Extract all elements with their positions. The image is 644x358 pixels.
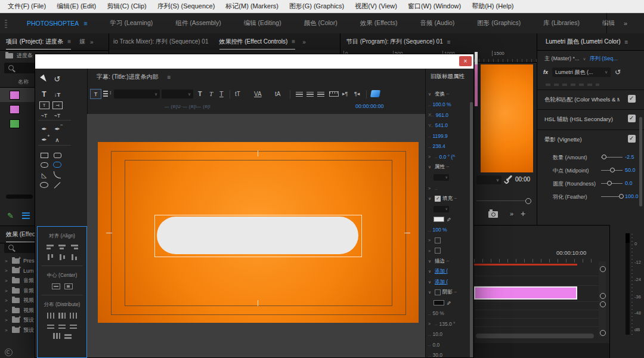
lumetri-effect-select[interactable]: Lumetri 颜色 (...∨ — [552, 67, 611, 77]
master-clip-label[interactable]: 主 (Master) *... — [544, 55, 580, 63]
workspace-tab[interactable]: 编辑 (Editing) — [233, 19, 293, 27]
property-row[interactable]: .. 50 % — [426, 308, 469, 319]
selected-title-clip[interactable] — [474, 286, 577, 300]
property-row[interactable] — [426, 246, 469, 257]
section-label[interactable]: 变换 — [435, 91, 449, 98]
roll-crawl-arrow-icon[interactable]: ↕ — [109, 90, 112, 95]
bold-button[interactable]: T — [198, 90, 202, 97]
property-checkbox[interactable] — [435, 248, 441, 254]
slider-value[interactable]: 50.0 — [625, 167, 636, 173]
section-label[interactable]: 描边 — [435, 258, 449, 265]
align-middle-icon[interactable] — [58, 254, 66, 260]
align-left-icon[interactable] — [47, 244, 54, 250]
property-row[interactable]: .. 238.4 — [426, 141, 469, 152]
lumetri-scrollbar[interactable] — [639, 117, 642, 206]
slider-handle[interactable] — [607, 181, 612, 186]
workspace-tab[interactable]: 颜色 (Color) — [293, 19, 349, 27]
property-value[interactable]: 100 % — [432, 227, 447, 233]
panel-menu-icon[interactable]: ≡ — [625, 39, 628, 45]
title-timecode[interactable]: 00:00:00:00 — [355, 103, 384, 109]
tab-media-browser-partial[interactable]: 媒 — [79, 38, 85, 46]
property-row[interactable]: .. 1199.9 — [426, 131, 469, 141]
chevron-icon[interactable] — [428, 196, 433, 201]
vertical-type-tool[interactable]: ↓T — [51, 89, 63, 100]
eyedropper-icon[interactable]: ✎ — [445, 217, 451, 222]
property-row[interactable]: .. 135.0 ° — [426, 319, 469, 329]
section-checkbox[interactable] — [628, 135, 636, 143]
rounded-rectangle-shape[interactable] — [157, 217, 358, 254]
clipped-corner-rectangle-tool[interactable] — [38, 159, 50, 170]
font-style-select[interactable]: ∨ — [162, 90, 193, 98]
close-icon[interactable]: × — [459, 56, 472, 66]
align-text-left-icon[interactable] — [296, 91, 303, 97]
show-background-video-icon[interactable] — [370, 90, 380, 97]
ellipse-tool[interactable] — [38, 180, 50, 190]
property-value[interactable]: 135.0 ° — [439, 321, 455, 327]
slider-track[interactable] — [601, 196, 623, 197]
property-row[interactable]: 描边 — [426, 256, 469, 267]
property-value[interactable]: 50 % — [432, 310, 444, 316]
title-canvas[interactable] — [87, 114, 426, 357]
lumetri-section-vignette[interactable]: 晕影 (Vignette) — [537, 129, 644, 150]
chevron-icon[interactable] — [428, 280, 433, 285]
paragraph-right-icon[interactable]: ▸¶ — [342, 91, 348, 97]
property-row[interactable]: 属性 — [426, 162, 469, 173]
workspace-tab[interactable]: 组件 (Assembly) — [164, 19, 232, 27]
slider-handle[interactable] — [602, 155, 606, 159]
property-row[interactable]: X.. 961.0 — [426, 110, 469, 121]
workspace-overflow-button[interactable]: » — [606, 13, 644, 33]
expand-chevron-icon[interactable] — [5, 317, 8, 323]
property-checkbox[interactable] — [435, 196, 441, 202]
property-value[interactable]: 1199.9 — [432, 133, 447, 139]
menu-item[interactable]: 序列(S) (Sequence) — [152, 2, 221, 11]
properties-scrollbar[interactable] — [470, 102, 473, 357]
property-value[interactable]: 100.0 % — [432, 101, 451, 107]
align-bottom-icon[interactable] — [70, 254, 78, 260]
type-tool[interactable]: T — [38, 89, 50, 100]
section-label[interactable]: 填充 — [442, 195, 457, 202]
color-swatch[interactable] — [434, 217, 444, 222]
distribute-icon[interactable] — [70, 313, 77, 319]
panel-menu-icon[interactable]: ≡ — [168, 74, 171, 81]
menu-item[interactable]: 文件(F) (File) — [2, 2, 51, 11]
section-checkbox[interactable] — [628, 115, 636, 122]
property-row[interactable]: 变换 — [426, 89, 469, 100]
wedge-tool[interactable]: ◺ — [38, 169, 50, 180]
expand-chevron-icon[interactable] — [5, 268, 8, 273]
slider-handle[interactable] — [610, 168, 615, 172]
slider-handle[interactable] — [619, 194, 624, 199]
menu-item[interactable]: 窗口(W) (Window) — [402, 2, 466, 11]
workspace-menu-icon[interactable]: ≡ — [83, 20, 87, 27]
distribute-icon[interactable] — [58, 323, 66, 329]
tab-overflow-icon[interactable]: » — [302, 39, 306, 45]
expand-chevron-icon[interactable] — [5, 328, 8, 333]
lumetri-section-hsl-secondary[interactable]: HSL 辅助 (HSL Secondary) — [537, 109, 644, 129]
chevron-icon[interactable] — [428, 290, 433, 295]
property-value[interactable]: 961.0 — [436, 112, 448, 118]
list-view-icon[interactable] — [22, 212, 30, 219]
workspace-tab[interactable]: PHOTOSHOPTEA≡ — [16, 20, 98, 27]
color-matte-swatch[interactable] — [10, 91, 20, 100]
new-title-button[interactable]: T — [90, 89, 101, 99]
chevron-icon[interactable] — [428, 269, 433, 274]
title-artboard[interactable] — [98, 142, 419, 323]
expand-chevron-icon[interactable] — [5, 308, 8, 313]
roll-crawl-icon[interactable] — [103, 90, 108, 97]
property-row[interactable]: .. 10.0 — [426, 329, 469, 340]
slider-value[interactable]: 100.0 — [625, 193, 639, 199]
menu-item[interactable]: 帮助(H) (Help) — [466, 2, 519, 11]
small-caps-button[interactable]: tT — [235, 91, 240, 97]
property-row[interactable] — [426, 204, 469, 215]
font-family-select[interactable]: ∨ — [114, 90, 160, 98]
chevron-icon[interactable] — [428, 249, 433, 253]
property-row[interactable]: .. 100 % — [426, 225, 469, 236]
tab-stops-icon[interactable] — [329, 91, 339, 97]
paragraph-left-icon[interactable]: ¶◂ — [354, 91, 360, 97]
expand-chevron-icon[interactable] — [5, 298, 8, 303]
delete-anchor-tool[interactable]: ✒− — [51, 124, 63, 134]
underline-button[interactable]: T — [219, 90, 224, 97]
chevron-icon[interactable] — [428, 322, 433, 326]
property-checkbox[interactable] — [435, 289, 441, 295]
chevron-icon[interactable] — [428, 165, 433, 169]
chevron-icon[interactable] — [428, 186, 433, 190]
